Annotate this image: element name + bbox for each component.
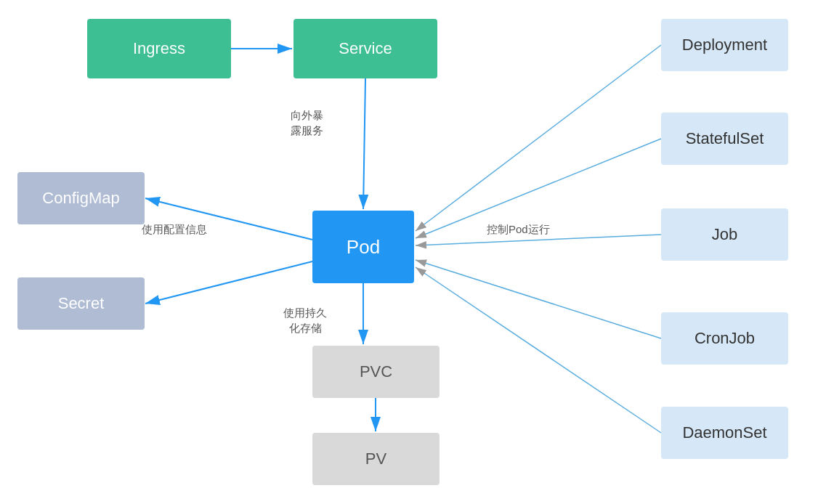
statefulset-label: StatefulSet bbox=[686, 129, 764, 148]
svg-line-5 bbox=[145, 261, 312, 304]
daemonset-label: DaemonSet bbox=[682, 423, 766, 442]
pv-label: PV bbox=[365, 450, 386, 468]
deployment-label: Deployment bbox=[682, 36, 767, 54]
job-label: Job bbox=[712, 225, 737, 244]
deployment-node: Deployment bbox=[661, 19, 788, 71]
service-node: Service bbox=[293, 19, 437, 78]
ingress-label: Ingress bbox=[133, 39, 185, 58]
statefulset-node: StatefulSet bbox=[661, 113, 788, 165]
pvc-node: PVC bbox=[312, 346, 440, 398]
pv-node: PV bbox=[312, 433, 440, 485]
secret-node: Secret bbox=[17, 277, 145, 330]
pvc-label: PVC bbox=[360, 362, 392, 381]
pod-node: Pod bbox=[312, 211, 414, 283]
pod-label: Pod bbox=[347, 236, 380, 259]
cronjob-node: CronJob bbox=[661, 312, 788, 365]
ingress-node: Ingress bbox=[87, 19, 231, 78]
svg-line-11 bbox=[416, 260, 661, 338]
storage-label: 使用持久化存储 bbox=[283, 305, 327, 336]
control-label: 控制Pod运行 bbox=[487, 221, 550, 237]
secret-label: Secret bbox=[58, 294, 105, 313]
service-label: Service bbox=[339, 39, 392, 58]
configmap-node: ConfigMap bbox=[17, 172, 145, 224]
svg-line-12 bbox=[416, 267, 661, 433]
svg-line-3 bbox=[363, 78, 365, 209]
configmap-label: ConfigMap bbox=[42, 189, 119, 208]
svg-line-8 bbox=[416, 45, 661, 231]
expose-label: 向外暴露服务 bbox=[291, 107, 323, 138]
job-node: Job bbox=[661, 208, 788, 261]
diagram-container: Ingress Service Pod ConfigMap Secret PVC… bbox=[0, 0, 818, 504]
config-label: 使用配置信息 bbox=[142, 221, 207, 237]
daemonset-node: DaemonSet bbox=[661, 407, 788, 459]
cronjob-label: CronJob bbox=[695, 329, 755, 348]
